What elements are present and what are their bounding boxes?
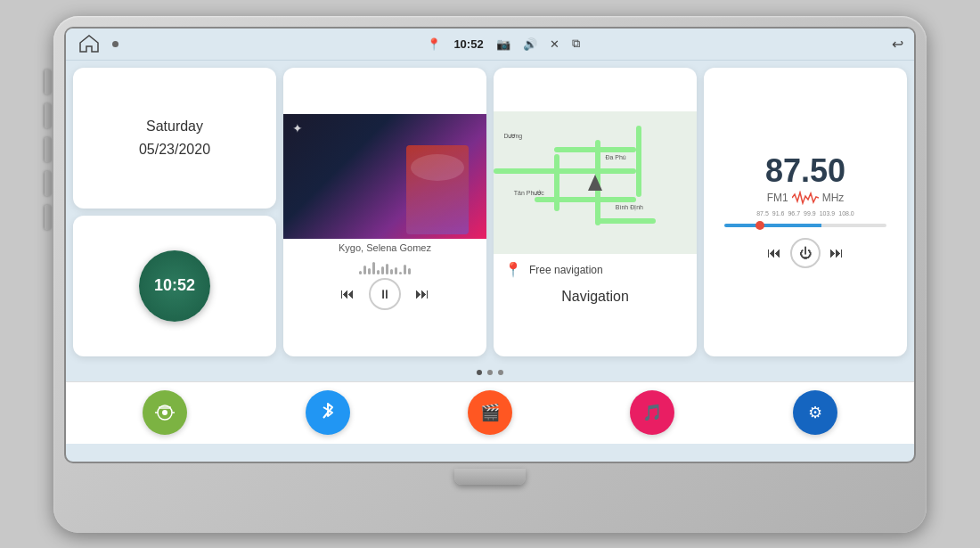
wave-bar [390,269,393,274]
page-dot-3[interactable] [498,370,503,375]
date-widget[interactable]: Saturday 05/23/2020 [73,68,276,209]
wave-bar [372,262,375,274]
home-button[interactable] [77,32,102,55]
bluetooth-app-button[interactable] [306,390,350,435]
map-area: Dương Đa Phú Tân Phước Bình Định [494,111,697,254]
next-button[interactable]: ⏭ [415,286,429,302]
video-app-button[interactable]: 🎬 [468,390,512,435]
wave-bar [408,268,411,274]
clock-time: 10:52 [154,276,195,295]
wave-bar [399,272,402,274]
freq-dot [755,221,764,230]
status-bar-left [77,32,118,55]
settings-icon: ⚙ [808,403,822,422]
side-btn-4[interactable] [45,171,52,196]
date-display: Saturday 05/23/2020 [139,115,210,160]
side-btn-1[interactable] [45,70,52,94]
free-nav-text: Free navigation [529,264,603,276]
radio-frequency: 87.50 [765,155,845,187]
radio-next-button[interactable]: ⏭ [829,245,844,261]
map-road [535,197,636,202]
radio-widget[interactable]: 87.50 FM1 MHz 87.5 91.6 96.7 99.9 103.9 [704,68,907,356]
close-icon[interactable]: ✕ [550,37,559,51]
map-label: Dương [503,133,522,140]
side-buttons [45,70,52,230]
map-label: Tân Phước [514,190,544,197]
freq-bar-container [724,222,886,229]
wave-bar [368,268,371,274]
radio-controls: ⏮ ⏻ ⏭ [767,238,844,268]
page-dots [66,364,914,381]
radio-band: FM1 [767,192,788,204]
svg-rect-4 [159,406,171,409]
radio-info: FM1 MHz [767,191,845,205]
video-icon: 🎬 [480,403,500,422]
map-label: Đa Phú [605,154,625,160]
bluetooth-icon [321,403,335,422]
device-bottom [454,469,526,485]
music-widget[interactable]: ✦ Kygo, Selena Gomez [283,68,486,356]
camera-icon: 📷 [496,37,510,51]
page-dot-2[interactable] [487,370,493,375]
wave-bar [404,265,406,274]
free-nav-row: 📍 Free navigation [494,254,697,285]
page-dot-1[interactable] [477,370,482,375]
prev-button[interactable]: ⏮ [340,286,355,302]
status-dot [112,41,118,47]
clock-widget[interactable]: 10:52 [73,216,276,356]
nav-widget[interactable]: Dương Đa Phú Tân Phước Bình Định 📍 Free … [494,68,697,356]
location-pin-icon: 📍 [504,261,522,278]
music-app-button[interactable]: 🎵 [630,390,674,435]
music-icon: 🎵 [642,403,662,422]
map-road [494,168,636,174]
radio-unit: MHz [822,192,845,204]
wave-bar [363,266,366,274]
radio-power-button[interactable]: ⏻ [790,238,821,268]
side-btn-5[interactable] [45,205,52,230]
nav-arrow [588,175,602,191]
location-icon: 📍 [427,37,441,51]
status-bar-right: ↩ [888,36,903,53]
wave-bar [381,266,384,274]
back-icon[interactable]: ↩ [892,36,903,53]
svg-point-1 [162,410,167,415]
status-time: 10:52 [453,37,483,51]
radio-wave-icon [792,191,819,205]
freq-indicator [724,224,886,227]
map-road [554,154,559,211]
album-art: ✦ [283,114,486,239]
radio-prev-button[interactable]: ⏮ [767,245,781,261]
wave-bar [386,264,388,274]
window-icon[interactable]: ⧉ [572,37,580,51]
radio-app-icon [155,405,175,421]
mount-bracket [454,469,526,485]
artist-name: Kygo, Selena Gomez [331,239,438,257]
side-btn-2[interactable] [45,103,52,128]
album-figure [406,145,469,234]
settings-app-button[interactable]: ⚙ [793,390,837,435]
screen: 📍 10:52 📷 🔊 ✕ ⧉ ↩ Saturday 05/23/2020 [64,27,916,463]
side-btn-3[interactable] [45,137,52,162]
play-pause-button[interactable]: ⏸ [369,278,401,310]
device-shell: 📍 10:52 📷 🔊 ✕ ⧉ ↩ Saturday 05/23/2020 [53,16,927,533]
radio-app-button[interactable] [143,390,187,435]
music-settings-icon: ✦ [292,121,303,135]
main-content: Saturday 05/23/2020 10:52 ✦ Kygo, Selena… [66,61,914,364]
freq-scale: 87.5 91.6 96.7 99.9 103.9 108.0 [756,210,854,217]
date-label: 05/23/2020 [139,138,210,161]
status-bar-center: 📍 10:52 📷 🔊 ✕ ⧉ [427,37,579,51]
wave-bar [377,270,380,274]
nav-label[interactable]: Navigation [561,285,629,312]
status-bar: 📍 10:52 📷 🔊 ✕ ⧉ ↩ [66,29,914,61]
clock-circle: 10:52 [139,250,210,322]
map-road [595,218,656,224]
map-road [636,126,641,197]
wave-bar [395,267,397,274]
sound-wave [352,257,418,274]
day-label: Saturday [139,115,210,138]
map-label: Bình Định [616,204,643,211]
music-controls: ⏮ ⏸ ⏭ [340,278,429,310]
wave-bar [359,271,362,274]
volume-icon[interactable]: 🔊 [523,37,537,51]
bottom-bar: 🎬 🎵 ⚙ [66,381,914,444]
